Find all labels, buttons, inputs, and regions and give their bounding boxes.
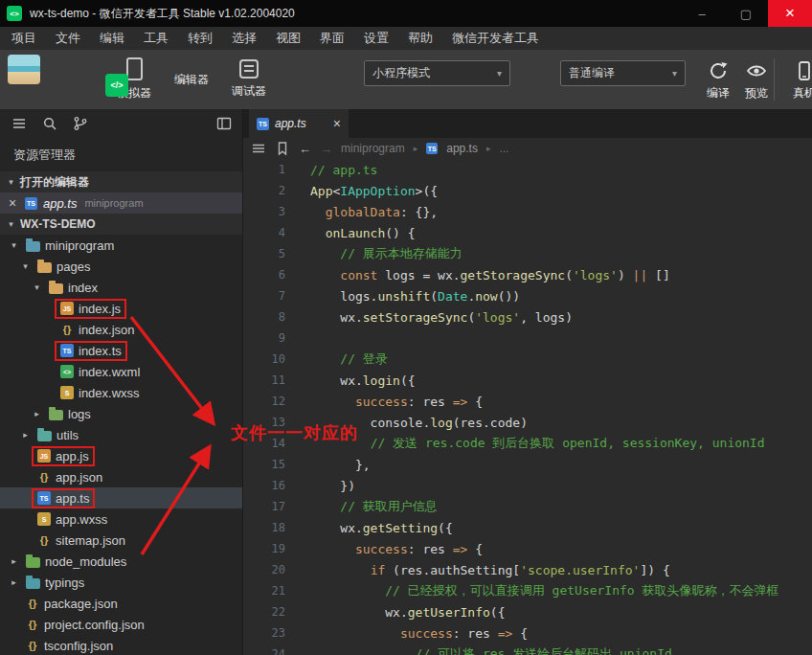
remote-debug-button[interactable]: 真机 xyxy=(779,55,812,106)
menu-item[interactable]: 工具 xyxy=(134,27,178,50)
menu-item[interactable]: 设置 xyxy=(354,27,398,50)
tree-item-index[interactable]: ▾index xyxy=(0,277,242,298)
breadcrumb-item[interactable]: ... xyxy=(499,142,508,155)
code-line[interactable]: 2App<IAppOption>({ xyxy=(243,180,812,201)
code-line[interactable]: 17 // 获取用户信息 xyxy=(243,496,812,517)
line-number: 19 xyxy=(243,542,285,555)
user-avatar[interactable] xyxy=(8,55,40,84)
code-line[interactable]: 15 }, xyxy=(243,454,812,475)
code-line[interactable]: 23 success: res => { xyxy=(243,622,812,644)
code-line[interactable]: 9 xyxy=(243,328,812,349)
code-line[interactable]: 3 globalData: {}, xyxy=(243,201,812,222)
tree-item-logs[interactable]: ▸logs xyxy=(0,403,242,424)
code-line[interactable]: 22 wx.getUserInfo({ xyxy=(243,601,812,622)
code-line[interactable]: 14 // 发送 res.code 到后台换取 openId, sessionK… xyxy=(243,433,812,454)
tree-item-sitemap.json[interactable]: {}sitemap.json xyxy=(0,530,242,551)
explorer-list-icon[interactable] xyxy=(11,116,27,131)
menu-item[interactable]: 界面 xyxy=(310,27,354,50)
tree-item-app.js[interactable]: JSapp.js xyxy=(0,445,242,466)
code-line[interactable]: 6 const logs = wx.getStorageSync('logs')… xyxy=(243,264,812,285)
minimize-button[interactable]: – xyxy=(680,0,724,27)
tree-item-project.config.json[interactable]: {}project.config.json xyxy=(0,614,242,635)
open-editors-header[interactable]: ▾ 打开的编辑器 xyxy=(0,171,242,192)
tree-item-app.wxss[interactable]: Sapp.wxss xyxy=(0,508,242,530)
ts-file-icon: TS xyxy=(257,118,269,130)
menu-item[interactable]: 文件 xyxy=(46,27,90,50)
close-button[interactable]: × xyxy=(768,0,812,27)
code-line[interactable]: 8 wx.setStorageSync('logs', logs) xyxy=(243,306,812,328)
tree-item-pages[interactable]: ▾pages xyxy=(0,256,242,277)
eye-icon xyxy=(746,60,767,81)
open-editor-item-app-ts[interactable]: × TS app.ts miniprogram xyxy=(0,192,242,214)
code-line[interactable]: 20 if (res.authSetting['scope.userInfo']… xyxy=(243,559,812,580)
tree-item-package.json[interactable]: {}package.json xyxy=(0,593,242,614)
chevron-down-icon[interactable]: ▾ xyxy=(8,240,20,250)
code-line[interactable]: 21 // 已经授权，可以直接调用 getUserInfo 获取头像昵称，不会弹… xyxy=(243,580,812,601)
project-root-header[interactable]: ▾ WX-TS-DEMO xyxy=(0,214,242,235)
tree-item-miniprogram[interactable]: ▾miniprogram xyxy=(0,235,242,256)
editor-code-icon: </> xyxy=(105,74,128,97)
tree-item-node_modules[interactable]: ▸node_modules xyxy=(0,551,242,572)
debugger-label: 调试器 xyxy=(232,83,266,100)
menu-item[interactable]: 编辑 xyxy=(90,27,134,50)
menu-item[interactable]: 视图 xyxy=(266,27,310,50)
chevron-down-icon[interactable]: ▾ xyxy=(31,282,43,292)
tree-item-utils[interactable]: ▸utils xyxy=(0,424,242,445)
tab-app-ts[interactable]: TS app.ts × xyxy=(249,109,349,138)
code-text: // 登录 xyxy=(285,350,388,368)
tree-item-tsconfig.json[interactable]: {}tsconfig.json xyxy=(0,635,242,655)
code-line[interactable]: 13 console.log(res.code) xyxy=(243,412,812,433)
tree-item-app.json[interactable]: {}app.json xyxy=(0,466,242,487)
code-line[interactable]: 1// app.ts xyxy=(243,159,812,180)
menu-item[interactable]: 微信开发者工具 xyxy=(442,27,549,50)
code-line[interactable]: 7 logs.unshift(Date.now()) xyxy=(243,285,812,306)
code-line[interactable]: 5 // 展示本地存储能力 xyxy=(243,243,812,264)
close-icon[interactable]: × xyxy=(9,196,19,210)
search-icon[interactable] xyxy=(42,116,57,131)
code-line[interactable]: 24 // 可以将 res 发送给后台解码出 unionId xyxy=(243,644,812,655)
tree-item-typings[interactable]: ▸typings xyxy=(0,572,242,593)
json-file-icon: {} xyxy=(37,471,51,483)
line-number: 1 xyxy=(243,163,285,176)
code-line[interactable]: 11 wx.login({ xyxy=(243,370,812,391)
git-branch-icon[interactable] xyxy=(73,116,88,131)
chevron-right-icon[interactable]: ▸ xyxy=(8,556,20,566)
maximize-button[interactable]: ▢ xyxy=(724,0,768,27)
tree-item-index.js[interactable]: JSindex.js xyxy=(0,298,242,319)
menu-item[interactable]: 转到 xyxy=(178,27,222,50)
menu-item[interactable]: 项目 xyxy=(2,27,46,50)
back-arrow-icon[interactable]: ← xyxy=(299,142,311,156)
chevron-right-icon[interactable]: ▸ xyxy=(31,409,43,418)
bookmark-icon[interactable] xyxy=(275,141,290,156)
code-line[interactable]: 16 }) xyxy=(243,475,812,496)
tree-item-content: pages xyxy=(32,257,96,277)
breadcrumb-item[interactable]: miniprogram xyxy=(341,142,405,155)
menu-item[interactable]: 帮助 xyxy=(398,27,442,50)
tree-item-index.wxml[interactable]: <>index.wxml xyxy=(0,361,242,382)
code-text: onLaunch() { xyxy=(285,226,416,240)
tab-close-icon[interactable]: × xyxy=(333,117,341,130)
compile-mode-select[interactable]: 普通编译 ▾ xyxy=(560,60,686,86)
code-line[interactable]: 18 wx.getSetting({ xyxy=(243,517,812,538)
forward-arrow-icon[interactable]: → xyxy=(320,142,332,156)
editor-toggle-button[interactable]: </> 编辑器 xyxy=(163,53,220,106)
tree-item-app.ts[interactable]: TSapp.ts xyxy=(0,487,242,508)
breadcrumb-item[interactable]: app.ts xyxy=(446,142,478,155)
tree-item-label: index.json xyxy=(79,323,135,337)
menu-item[interactable]: 选择 xyxy=(222,27,266,50)
code-line[interactable]: 12 success: res => { xyxy=(243,391,812,412)
mode-select[interactable]: 小程序模式 ▾ xyxy=(364,60,510,86)
debugger-toggle-button[interactable]: 调试器 xyxy=(220,53,278,106)
code-line[interactable]: 4 onLaunch() { xyxy=(243,222,812,243)
code-text: wx.login({ xyxy=(285,373,416,388)
tree-item-index.ts[interactable]: TSindex.ts xyxy=(0,340,242,361)
chevron-right-icon[interactable]: ▸ xyxy=(8,577,20,587)
tree-item-index.wxss[interactable]: Sindex.wxss xyxy=(0,382,242,403)
tree-item-index.json[interactable]: {}index.json xyxy=(0,319,242,340)
menu-icon[interactable] xyxy=(251,141,266,156)
sidebar-toggle-icon[interactable] xyxy=(216,116,232,131)
chevron-down-icon[interactable]: ▾ xyxy=(19,261,32,271)
chevron-right-icon[interactable]: ▸ xyxy=(19,430,32,440)
code-line[interactable]: 19 success: res => { xyxy=(243,538,812,559)
code-line[interactable]: 10 // 登录 xyxy=(243,349,812,370)
